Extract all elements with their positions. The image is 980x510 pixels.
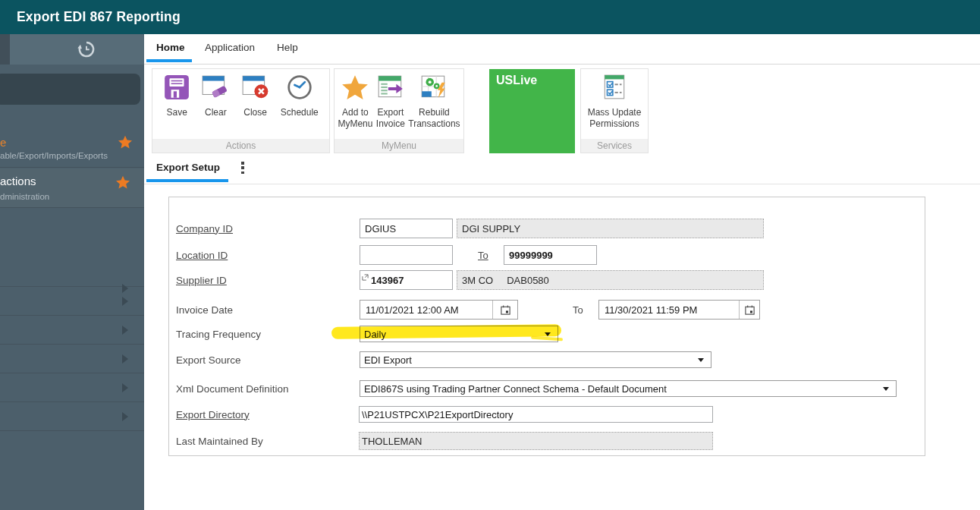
star-icon xyxy=(341,74,369,104)
invoice-date-to-label: To xyxy=(573,300,583,320)
ribbon-tab-strip: Home Application Help xyxy=(144,34,980,65)
chevron-right-icon xyxy=(122,412,128,421)
export-directory-input[interactable]: \\P21USTPCX\P21ExportDirectory xyxy=(359,406,713,423)
supplier-id-label[interactable]: Supplier ID xyxy=(176,270,227,290)
sidebar-group-row[interactable] xyxy=(0,287,144,316)
ribbon-group-services: Mass Update Permissions Services xyxy=(580,68,649,153)
company-id-input[interactable]: DGIUS xyxy=(360,219,453,238)
group-label-mymenu: MyMenu xyxy=(335,139,463,153)
last-maintained-by-label: Last Maintained By xyxy=(176,431,263,451)
active-tab-underline xyxy=(146,59,192,62)
window-title-bar: Export EDI 867 Reporting xyxy=(0,0,980,34)
invoice-date-from-input[interactable]: 11/01/2021 12:00 AM xyxy=(360,300,518,320)
sidebar-edge-strip xyxy=(0,34,10,65)
sidebar-item-title: actions xyxy=(0,175,36,187)
location-id-to-label[interactable]: To xyxy=(478,245,488,265)
chevron-right-icon xyxy=(122,297,128,306)
chevron-right-icon xyxy=(122,354,128,364)
sidebar-header xyxy=(0,34,144,65)
location-id-label[interactable]: Location ID xyxy=(176,245,228,265)
close-window-icon xyxy=(241,74,270,104)
chevron-down-icon xyxy=(545,332,551,336)
favorite-star-icon[interactable] xyxy=(115,175,130,190)
favorite-star-icon[interactable] xyxy=(118,135,133,150)
export-source-dropdown[interactable]: EDI Export xyxy=(360,351,711,368)
tracing-frequency-dropdown[interactable]: Daily xyxy=(360,326,558,342)
sidebar-group-row[interactable] xyxy=(0,373,144,402)
export-source-label: Export Source xyxy=(176,350,241,370)
schedule-button[interactable]: Schedule xyxy=(281,74,319,118)
supplier-name-field: 3M CO DAB0580 xyxy=(457,270,764,290)
tab-row-divider xyxy=(144,184,980,184)
ribbon-group-mymenu: Add to MyMenu Export Invoice xyxy=(334,68,464,153)
environment-tile: USLive xyxy=(489,69,575,153)
mass-update-permissions-icon xyxy=(601,74,628,104)
export-invoice-icon xyxy=(376,74,405,104)
mass-update-permissions-button[interactable]: Mass Update Permissions xyxy=(588,74,642,130)
history-restore-icon[interactable] xyxy=(77,39,96,59)
sidebar-group-row[interactable] xyxy=(0,402,144,431)
location-id-from-input[interactable] xyxy=(360,245,453,265)
sidebar-item-exports[interactable]: e able/Export/Imports/Exports xyxy=(0,129,144,168)
add-to-mymenu-button[interactable]: Add to MyMenu xyxy=(338,74,372,130)
rebuild-transactions-icon xyxy=(419,74,448,104)
location-id-to-input[interactable]: 99999999 xyxy=(504,245,597,265)
save-floppy-icon xyxy=(163,74,190,104)
ribbon-group-actions: Save Clear xyxy=(152,68,330,153)
environment-name: USLive xyxy=(496,74,537,87)
sidebar-item-title: e xyxy=(0,136,6,149)
tab-export-setup[interactable]: Export Setup xyxy=(156,162,220,173)
calendar-icon[interactable] xyxy=(492,301,517,319)
tab-application[interactable]: Application xyxy=(205,42,255,53)
tracing-frequency-label: Tracing Frequency xyxy=(176,324,261,344)
schedule-clock-icon xyxy=(286,74,313,104)
export-invoice-button[interactable]: Export Invoice xyxy=(376,74,405,130)
supplier-id-input[interactable]: 143967 xyxy=(360,270,453,290)
chevron-down-icon xyxy=(883,387,889,391)
clear-button[interactable]: Clear xyxy=(201,74,230,118)
xml-document-definition-dropdown[interactable]: EDI867S using Trading Partner Connect Sc… xyxy=(360,380,897,397)
export-directory-label[interactable]: Export Directory xyxy=(176,405,250,424)
chevron-right-icon xyxy=(122,383,128,392)
last-maintained-by-field: THOLLEMAN xyxy=(359,432,713,450)
active-page-tab-underline xyxy=(146,179,228,182)
sidebar-item-transactions[interactable]: actions dministration xyxy=(0,168,144,208)
sidebar-group-row[interactable] xyxy=(0,209,144,287)
page-title: Export EDI 867 Reporting xyxy=(17,9,181,25)
sidebar-search-box[interactable] xyxy=(0,74,140,105)
sidebar-item-subtitle: dministration xyxy=(0,192,49,201)
invoice-date-label: Invoice Date xyxy=(176,300,233,320)
tab-options-kebab-icon[interactable] xyxy=(238,162,247,174)
navigation-sidebar: e able/Export/Imports/Exports actions dm… xyxy=(0,34,144,510)
chevron-right-icon xyxy=(122,326,128,335)
company-id-label[interactable]: Company ID xyxy=(176,219,233,238)
tab-help[interactable]: Help xyxy=(277,42,298,53)
tab-home[interactable]: Home xyxy=(156,42,185,53)
xml-document-definition-label: Xml Document Definition xyxy=(176,379,289,398)
chevron-down-icon xyxy=(698,358,704,362)
sidebar-group-row[interactable] xyxy=(0,316,144,345)
sidebar-item-subtitle: able/Export/Imports/Exports xyxy=(0,151,108,160)
calendar-icon[interactable] xyxy=(739,301,759,319)
close-button[interactable]: Close xyxy=(241,74,270,118)
group-label-services: Services xyxy=(581,139,648,153)
company-name-field: DGI SUPPLY xyxy=(457,219,764,238)
clear-eraser-icon xyxy=(201,74,230,104)
sidebar-group-row[interactable] xyxy=(0,345,144,373)
save-button[interactable]: Save xyxy=(163,74,190,118)
invoice-date-to-input[interactable]: 11/30/2021 11:59 PM xyxy=(598,300,760,320)
rebuild-transactions-button[interactable]: Rebuild Transactions xyxy=(408,74,460,130)
drill-down-icon[interactable] xyxy=(362,272,369,283)
group-label-actions: Actions xyxy=(152,139,329,153)
